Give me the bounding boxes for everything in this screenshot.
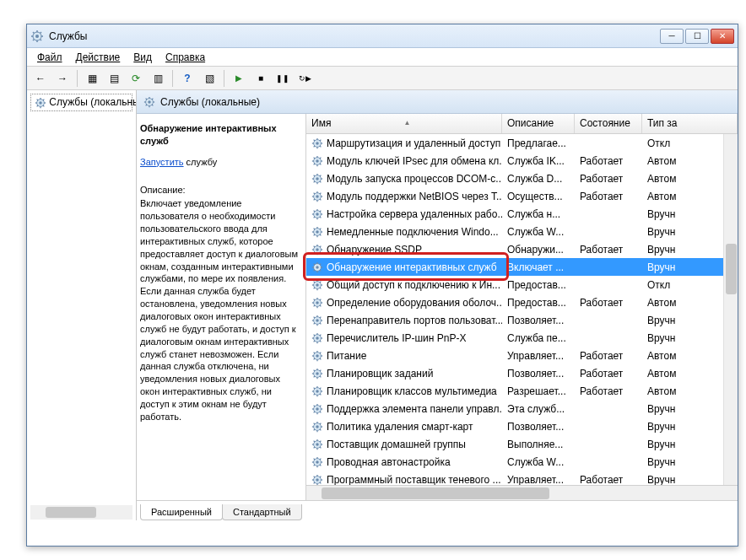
play-icon: ▶ xyxy=(235,73,242,83)
tree-horizontal-scrollbar[interactable] xyxy=(30,505,132,520)
gear-icon xyxy=(311,279,323,291)
service-state: Работает xyxy=(575,385,642,397)
service-row[interactable]: Перенаправитель портов пользоват...Позво… xyxy=(306,311,738,329)
service-row[interactable]: ПитаниеУправляет...РаботаетАвтом xyxy=(306,347,738,364)
service-state: Работает xyxy=(575,173,642,185)
start-service-button[interactable]: ▶ xyxy=(229,68,249,89)
vertical-scrollbar[interactable] xyxy=(723,134,738,485)
main-header-title: Службы (локальные) xyxy=(160,96,260,108)
service-description: Предлагае... xyxy=(502,137,575,149)
service-name: Модуль запуска процессов DCOM-с... xyxy=(327,173,502,185)
column-state[interactable]: Состояние xyxy=(575,114,642,133)
service-state: Работает xyxy=(575,297,642,309)
service-name: Питание xyxy=(327,350,366,362)
service-row[interactable]: Программный поставщик теневого ...Управл… xyxy=(306,471,738,485)
show-hide-tree-button[interactable]: ▦ xyxy=(82,68,102,89)
service-description: Позволяет... xyxy=(502,315,575,326)
export-button[interactable]: ▥ xyxy=(148,68,168,89)
service-row[interactable]: Обнаружение интерактивных службВключает … xyxy=(306,258,738,276)
service-row[interactable]: Общий доступ к подключению к Ин...Предос… xyxy=(306,276,738,293)
column-description[interactable]: Описание xyxy=(502,114,575,133)
list-button[interactable]: ▤ xyxy=(104,68,124,89)
help-button[interactable]: ? xyxy=(177,68,197,89)
service-row[interactable]: Проводная автонастройкаСлужба W...Вручн xyxy=(306,453,738,471)
service-row[interactable]: Модуль поддержки NetBIOS через T...Осуще… xyxy=(306,187,738,205)
menu-action[interactable]: Действие xyxy=(71,50,126,65)
detail-panel: Обнаружение интерактивных служб Запустит… xyxy=(137,114,305,500)
column-headers: Имя Описание Состояние Тип за xyxy=(306,114,738,134)
export-icon: ▥ xyxy=(154,73,163,84)
restart-service-button[interactable]: ↻▶ xyxy=(295,68,315,89)
properties-button[interactable]: ▧ xyxy=(199,68,219,89)
menu-view[interactable]: Вид xyxy=(128,50,157,65)
service-row[interactable]: Политика удаления смарт-картПозволяет...… xyxy=(306,417,738,435)
service-state: Работает xyxy=(575,474,642,486)
pause-service-button[interactable]: ❚❚ xyxy=(273,68,293,89)
stop-service-button[interactable]: ■ xyxy=(251,68,271,89)
service-row[interactable]: Немедленные подключения Windo...Служба W… xyxy=(306,223,738,240)
gear-icon xyxy=(311,456,323,468)
tab-extended[interactable]: Расширенный xyxy=(140,504,223,520)
forward-button[interactable]: → xyxy=(52,68,73,89)
service-row[interactable]: Планировщик классов мультимедиаРазрешает… xyxy=(306,382,738,400)
horizontal-scrollbar[interactable] xyxy=(306,485,738,500)
service-name: Программный поставщик теневого ... xyxy=(327,474,501,486)
refresh-button[interactable]: ⟳ xyxy=(126,68,146,89)
titlebar[interactable]: Службы ─ ☐ ✕ xyxy=(27,24,738,48)
maximize-button[interactable]: ☐ xyxy=(685,29,709,44)
tab-standard[interactable]: Стандартный xyxy=(222,504,302,520)
service-state: Работает xyxy=(575,244,642,256)
service-description: Служба н... xyxy=(502,208,575,220)
service-name: Поставщик домашней группы xyxy=(327,439,466,450)
properties-icon: ▧ xyxy=(205,73,214,84)
service-name: Модуль поддержки NetBIOS через T... xyxy=(327,191,502,202)
service-description: Обнаружи... xyxy=(502,244,575,256)
service-description: Осуществ... xyxy=(502,191,575,202)
service-row[interactable]: Модуль ключей IPsec для обмена кл...Служ… xyxy=(306,152,738,170)
gear-icon xyxy=(311,297,323,309)
service-name: Поддержка элемента панели управл... xyxy=(327,403,502,415)
menu-file[interactable]: Файл xyxy=(32,50,68,65)
service-row[interactable]: Планировщик заданийПозволяет...РаботаетА… xyxy=(306,364,738,382)
service-description: Служба D... xyxy=(502,173,575,185)
refresh-icon: ⟳ xyxy=(132,73,140,84)
gear-icon xyxy=(35,97,46,109)
column-name[interactable]: Имя xyxy=(306,114,502,133)
gear-icon xyxy=(311,474,323,486)
main-header: Службы (локальные) xyxy=(137,90,738,114)
services-window: Службы ─ ☐ ✕ Файл Действие Вид Справка ←… xyxy=(26,24,738,547)
service-row[interactable]: Поддержка элемента панели управл...Эта с… xyxy=(306,400,738,417)
back-button[interactable]: ← xyxy=(30,68,51,89)
column-startup-type[interactable]: Тип за xyxy=(642,114,738,133)
service-row[interactable]: Обнаружение SSDPОбнаружи...РаботаетВручн xyxy=(306,240,738,258)
restart-icon: ↻▶ xyxy=(299,74,311,83)
gear-icon xyxy=(143,96,155,108)
service-description: Включает ... xyxy=(502,261,575,273)
start-service-link[interactable]: Запустить xyxy=(140,157,184,167)
service-name: Настройка сервера удаленных рабо... xyxy=(327,208,502,220)
service-row[interactable]: Модуль запуска процессов DCOM-с...Служба… xyxy=(306,170,738,187)
window-title: Службы xyxy=(49,30,660,42)
close-button[interactable]: ✕ xyxy=(711,29,734,44)
arrow-right-icon: → xyxy=(57,73,68,84)
list-icon: ▤ xyxy=(110,73,119,84)
service-row[interactable]: Перечислитель IP-шин PnP-XСлужба пе...Вр… xyxy=(306,329,738,347)
service-name: Перечислитель IP-шин PnP-X xyxy=(327,332,466,344)
service-row[interactable]: Поставщик домашней группыВыполняе...Вруч… xyxy=(306,435,738,453)
gear-icon xyxy=(311,350,323,362)
service-row[interactable]: Маршрутизация и удаленный доступПредлага… xyxy=(306,134,738,152)
service-row[interactable]: Настройка сервера удаленных рабо...Служб… xyxy=(306,205,738,223)
view-tabs: Расширенный Стандартный xyxy=(137,500,738,520)
toolbar: ← → ▦ ▤ ⟳ ▥ ? ▧ ▶ ■ ❚❚ ↻▶ xyxy=(27,67,738,90)
tree-item-services-local[interactable]: Службы (локальны xyxy=(30,94,132,111)
service-name: Общий доступ к подключению к Ин... xyxy=(327,279,500,291)
app-icon xyxy=(30,30,44,43)
menu-help[interactable]: Справка xyxy=(160,50,210,65)
service-row[interactable]: Определение оборудования оболоч...Предос… xyxy=(306,293,738,311)
service-name: Обнаружение SSDP xyxy=(327,244,422,256)
service-description: Выполняе... xyxy=(502,439,575,450)
service-name: Маршрутизация и удаленный доступ xyxy=(327,137,500,149)
service-state: Работает xyxy=(575,368,642,380)
service-description: Эта служб... xyxy=(502,403,575,415)
minimize-button[interactable]: ─ xyxy=(660,29,684,44)
